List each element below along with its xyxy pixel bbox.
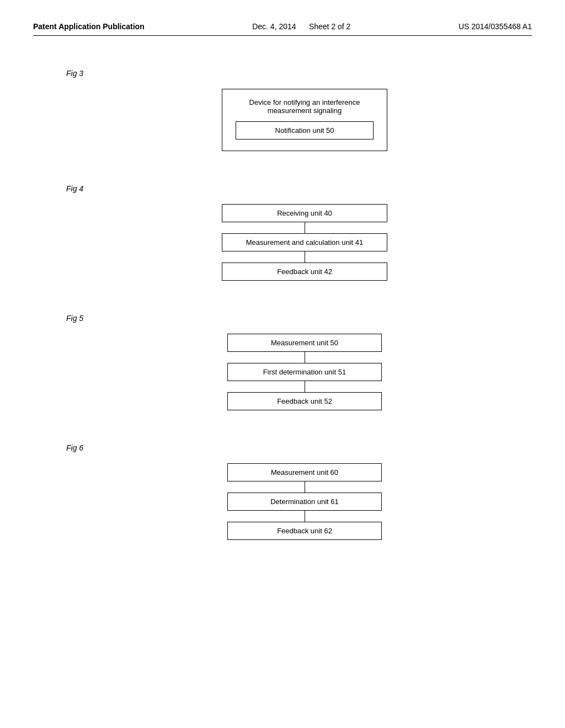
figure-3-section: Fig 3 Device for notifying an interferen… xyxy=(33,69,532,151)
fig4-connector-1 xyxy=(305,222,305,233)
fig5-box-2: Feedback unit 52 xyxy=(227,392,382,410)
figure-3-diagram: Device for notifying an interference mea… xyxy=(77,89,532,151)
fig6-box-0: Measurement unit 60 xyxy=(227,463,382,481)
figure-4-section: Fig 4 Receiving unit 40 Measurement and … xyxy=(33,184,532,281)
fig3-inner-box: Notification unit 50 xyxy=(236,121,374,140)
figure-5-diagram: Measurement unit 50 First determination … xyxy=(77,334,532,410)
figure-4-label: Fig 4 xyxy=(66,184,532,193)
fig6-box-1: Determination unit 61 xyxy=(227,493,382,511)
fig5-box-0: Measurement unit 50 xyxy=(227,334,382,352)
fig4-box-1: Measurement and calculation unit 41 xyxy=(222,233,387,251)
figure-6-diagram: Measurement unit 60 Determination unit 6… xyxy=(77,463,532,540)
sheet-info: Sheet 2 of 2 xyxy=(309,22,351,31)
figure-4-flow: Receiving unit 40 Measurement and calcul… xyxy=(222,204,387,281)
header-right: US 2014/0355468 A1 xyxy=(459,22,532,31)
fig3-outer-box: Device for notifying an interference mea… xyxy=(222,89,387,151)
figure-5-flow: Measurement unit 50 First determination … xyxy=(227,334,382,410)
figure-6-section: Fig 6 Measurement unit 60 Determination … xyxy=(33,443,532,540)
header-center: Dec. 4, 2014 Sheet 2 of 2 xyxy=(252,22,350,31)
fig6-connector-2 xyxy=(305,511,305,522)
figure-5-section: Fig 5 Measurement unit 50 First determin… xyxy=(33,314,532,410)
figure-5-label: Fig 5 xyxy=(66,314,532,323)
figure-3-label: Fig 3 xyxy=(66,69,532,78)
fig6-connector-1 xyxy=(305,481,305,493)
fig5-connector-1 xyxy=(305,352,305,363)
figure-4-diagram: Receiving unit 40 Measurement and calcul… xyxy=(77,204,532,281)
page: Patent Application Publication Dec. 4, 2… xyxy=(0,0,565,728)
figure-6-label: Fig 6 xyxy=(66,443,532,452)
fig6-box-2: Feedback unit 62 xyxy=(227,522,382,540)
fig3-outer-text: Device for notifying an interference mea… xyxy=(236,98,374,115)
fig4-box-0: Receiving unit 40 xyxy=(222,204,387,222)
fig4-connector-2 xyxy=(305,251,305,263)
page-header: Patent Application Publication Dec. 4, 2… xyxy=(33,22,532,36)
header-left: Patent Application Publication xyxy=(33,22,145,31)
publication-date: Dec. 4, 2014 xyxy=(252,22,296,31)
fig5-connector-2 xyxy=(305,381,305,392)
figure-6-flow: Measurement unit 60 Determination unit 6… xyxy=(227,463,382,540)
fig5-box-1: First determination unit 51 xyxy=(227,363,382,381)
fig4-box-2: Feedback unit 42 xyxy=(222,263,387,281)
